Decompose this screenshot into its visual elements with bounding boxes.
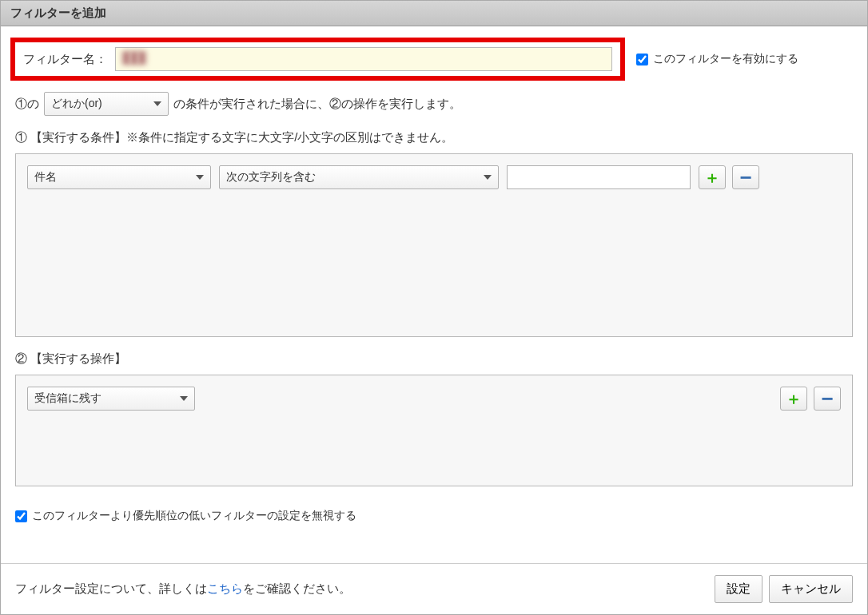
enable-filter-text: このフィルターを有効にする [653,52,798,66]
dialog-footer: フィルター設定について、詳しくはこちらをご確認ください。 設定 キャンセル [1,563,867,614]
rule-prefix: ①の [15,97,39,112]
chevron-down-icon [153,101,161,106]
ignore-lower-priority-label: このフィルターより優先順位の低いフィルターの設定を無視する [32,509,356,523]
enable-filter-checkbox-label[interactable]: このフィルターを有効にする [636,52,798,66]
filter-name-input[interactable]: ███ [115,47,612,71]
filter-name-row: フィルター名： ███ このフィルターを有効にする [1,26,867,90]
help-link[interactable]: こちら [207,581,243,595]
actions-panel: 受信箱に残す ＋ − [15,375,853,486]
add-condition-button[interactable]: ＋ [699,165,726,189]
filter-name-value: ███ [122,51,146,64]
filter-name-label: フィルター名： [23,52,107,67]
conditions-section-label: ① 【実行する条件】※条件に指定する文字に大文字/小文字の区別はできません。 [1,125,867,153]
actions-section-label: ② 【実行する操作】 [1,337,867,375]
match-rule-row: ①の どれか(or) の条件が実行された場合に、②の操作を実行します。 [1,90,867,125]
condition-field-value: 件名 [34,170,57,184]
condition-buttons: ＋ − [699,165,759,189]
chevron-down-icon [196,175,204,180]
conditions-panel: 件名 次の文字列を含む ＋ − [15,153,853,337]
condition-operator-value: 次の文字列を含む [226,170,316,184]
submit-button[interactable]: 設定 [715,575,762,603]
footer-help-text: フィルター設定について、詳しくはこちらをご確認ください。 [15,581,351,597]
condition-value-input[interactable] [507,165,691,189]
rule-suffix: の条件が実行された場合に、②の操作を実行します。 [173,97,461,112]
action-value: 受信箱に残す [34,391,102,406]
match-type-select[interactable]: どれか(or) [44,92,169,116]
footer-buttons: 設定 キャンセル [715,575,853,603]
chevron-down-icon [180,396,188,401]
remove-condition-button[interactable]: − [732,165,759,189]
action-buttons: ＋ − [780,387,841,411]
match-type-value: どれか(or) [51,97,102,111]
chevron-down-icon [484,175,492,180]
action-row: 受信箱に残す ＋ − [27,387,841,411]
enable-filter-checkbox[interactable] [636,54,648,65]
dialog-content: フィルター名： ███ このフィルターを有効にする ①の どれか(or) の条件… [1,26,867,538]
priority-checkbox-row: このフィルターより優先順位の低いフィルターの設定を無視する [1,499,867,538]
add-action-button[interactable]: ＋ [780,387,807,411]
dialog-header: フィルターを追加 [1,1,867,26]
filter-name-highlight: フィルター名： ███ [10,38,625,81]
plus-icon: ＋ [704,169,720,185]
condition-row: 件名 次の文字列を含む ＋ − [27,165,841,189]
ignore-lower-priority-checkbox[interactable] [15,510,27,522]
cancel-button[interactable]: キャンセル [769,575,853,603]
minus-icon: − [821,388,833,409]
dialog-title: フィルターを追加 [10,6,106,19]
help-prefix: フィルター設定について、詳しくは [15,581,207,595]
condition-field-select[interactable]: 件名 [27,165,211,189]
help-suffix: をご確認ください。 [243,581,351,595]
condition-operator-select[interactable]: 次の文字列を含む [219,165,499,189]
plus-icon: ＋ [786,391,802,407]
minus-icon: − [739,167,751,188]
action-select[interactable]: 受信箱に残す [27,387,195,411]
remove-action-button[interactable]: − [814,387,841,411]
